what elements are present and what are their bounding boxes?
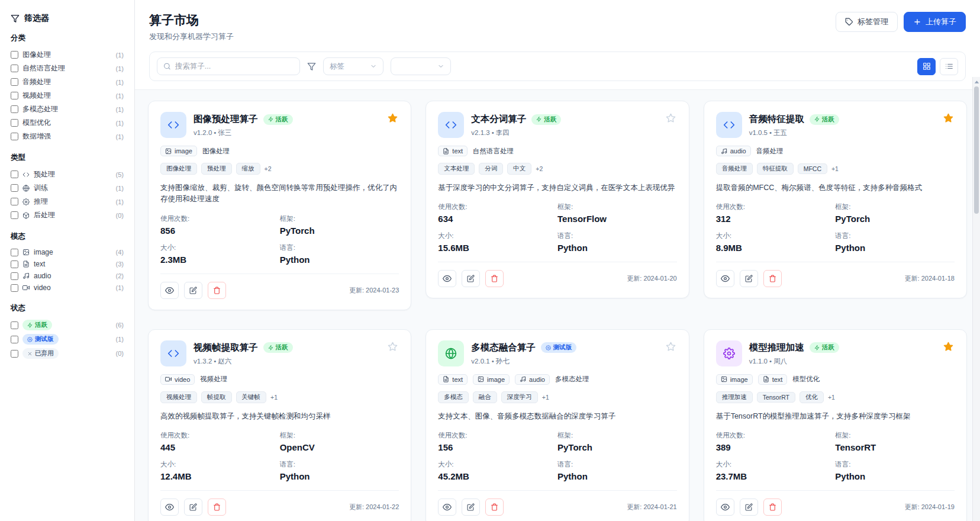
edit-button[interactable] (740, 499, 758, 516)
tag-pill[interactable]: MFCC (798, 163, 827, 174)
tag-pill[interactable]: 帧提取 (201, 391, 232, 403)
favorite-button[interactable] (942, 112, 955, 126)
operator-type-icon (160, 112, 186, 138)
tag-select[interactable]: 标签 (323, 57, 383, 75)
tag-pill[interactable]: TensorRT (757, 392, 795, 403)
delete-button[interactable] (485, 270, 504, 287)
tag-manage-button[interactable]: 标签管理 (836, 12, 898, 32)
filter-section: 分类图像处理(1)自然语言处理(1)音频处理(1)视频处理(1)多模态处理(1)… (11, 33, 124, 143)
filter-item[interactable]: audio(2) (11, 270, 124, 282)
edit-button[interactable] (184, 282, 202, 299)
favorite-button[interactable] (942, 340, 955, 355)
tag-pill[interactable]: 中文 (507, 163, 531, 175)
tag-pill[interactable]: 分词 (479, 163, 503, 175)
filter-checkbox[interactable] (11, 65, 18, 72)
delete-button[interactable] (485, 499, 504, 516)
view-button[interactable] (438, 270, 456, 287)
filter-checkbox[interactable] (11, 211, 18, 219)
filter-checkbox[interactable] (11, 350, 18, 358)
filter-item[interactable]: 预处理(5) (11, 168, 124, 181)
filter-checkbox[interactable] (11, 321, 18, 329)
filter-item[interactable]: 图像处理(1) (11, 48, 124, 62)
filter-item[interactable]: 活跃(6) (11, 318, 124, 332)
tag-pill[interactable]: 推理加速 (716, 391, 753, 403)
scrollbar-thumb[interactable] (974, 86, 979, 214)
delete-button[interactable] (208, 282, 226, 299)
tag-pill[interactable]: 文本处理 (438, 163, 475, 175)
view-button[interactable] (160, 499, 179, 516)
filter-checkbox[interactable] (11, 272, 18, 280)
delete-button[interactable] (763, 270, 782, 287)
filter-checkbox[interactable] (11, 336, 18, 343)
tag-pill[interactable]: 深度学习 (501, 391, 538, 403)
language-stat: 语言:Python (835, 231, 955, 253)
filter-item[interactable]: 数据增强(1) (11, 130, 124, 143)
view-button[interactable] (716, 270, 734, 287)
filter-item[interactable]: text(3) (11, 258, 124, 270)
filter-checkbox[interactable] (11, 92, 18, 99)
view-button[interactable] (438, 499, 456, 516)
filter-item[interactable]: 视频处理(1) (11, 89, 124, 102)
favorite-button[interactable] (665, 112, 677, 126)
upload-operator-button[interactable]: 上传算子 (904, 12, 966, 32)
filter-item[interactable]: 音频处理(1) (11, 75, 124, 89)
filter-checkbox[interactable] (11, 51, 18, 59)
filter-checkbox[interactable] (11, 198, 18, 205)
edit-button[interactable] (740, 270, 758, 287)
favorite-button[interactable] (386, 340, 399, 355)
filter-item[interactable]: video(1) (11, 282, 124, 294)
filter-item[interactable]: image(4) (11, 246, 124, 258)
tag-pill[interactable]: 音频处理 (716, 163, 753, 175)
tag-pill[interactable]: 融合 (473, 391, 497, 403)
filter-item[interactable]: 测试版(1) (11, 332, 124, 346)
filter-checkbox[interactable] (11, 105, 18, 113)
delete-button[interactable] (208, 499, 226, 516)
filter-item[interactable]: 推理(1) (11, 195, 124, 208)
scroll-up-arrow[interactable] (973, 78, 980, 85)
filter-checkbox[interactable] (11, 171, 18, 178)
tag-pill[interactable]: 图像处理 (160, 163, 197, 175)
modality-chip: audio (716, 146, 751, 156)
edit-button[interactable] (184, 499, 202, 516)
tag-pill[interactable]: 关键帧 (236, 391, 267, 403)
filter-count: (1) (116, 336, 124, 343)
funnel-icon (11, 14, 20, 23)
filter-item-label: 模型优化 (22, 118, 51, 128)
filter-item[interactable]: 已弃用(0) (11, 346, 124, 361)
secondary-select[interactable] (391, 57, 451, 75)
filter-item[interactable]: 多模态处理(1) (11, 102, 124, 116)
zap-icon (268, 117, 273, 122)
tag-pill[interactable]: 多模态 (438, 391, 469, 403)
favorite-button[interactable] (665, 340, 677, 355)
filter-checkbox[interactable] (11, 133, 18, 140)
favorite-button[interactable] (386, 112, 399, 126)
search-box[interactable] (157, 57, 300, 75)
language-stat: 语言:Python (280, 460, 399, 481)
filter-checkbox[interactable] (11, 119, 18, 127)
filter-item[interactable]: 训练(1) (11, 181, 124, 195)
tag-pill[interactable]: 预处理 (201, 163, 232, 175)
filter-checkbox[interactable] (11, 184, 18, 192)
search-input[interactable] (175, 62, 294, 70)
filter-checkbox[interactable] (11, 284, 18, 292)
edit-button[interactable] (462, 270, 480, 287)
category-label: 音频处理 (756, 147, 784, 156)
filter-checkbox[interactable] (11, 78, 18, 86)
filter-checkbox[interactable] (11, 249, 18, 256)
filter-item[interactable]: 自然语言处理(1) (11, 62, 124, 75)
delete-button[interactable] (763, 499, 782, 516)
filter-checkbox[interactable] (11, 260, 18, 268)
card-footer: 更新: 2024-01-18 (716, 262, 955, 287)
filter-item[interactable]: 模型优化(1) (11, 116, 124, 130)
tag-pill[interactable]: 视频处理 (160, 391, 197, 403)
tag-pill[interactable]: 缩放 (236, 163, 260, 175)
tag-pill[interactable]: 特征提取 (757, 163, 794, 175)
tag-pill[interactable]: 优化 (800, 391, 824, 403)
view-button[interactable] (716, 499, 734, 516)
filter-item[interactable]: 后处理(0) (11, 208, 124, 222)
scrollbar[interactable] (972, 77, 980, 521)
grid-view-button[interactable] (917, 58, 936, 75)
view-button[interactable] (160, 282, 179, 299)
list-view-button[interactable] (940, 58, 958, 75)
edit-button[interactable] (462, 499, 480, 516)
